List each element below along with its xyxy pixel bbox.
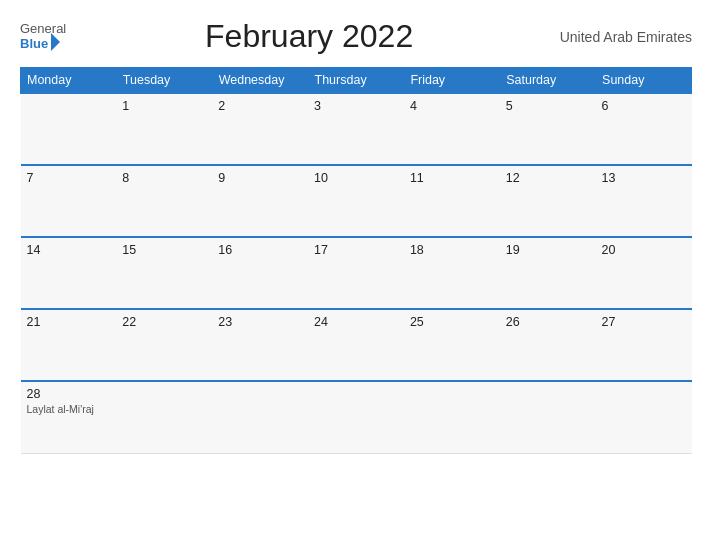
calendar-cell: 4 [404, 93, 500, 165]
calendar-cell: 11 [404, 165, 500, 237]
day-number: 17 [314, 243, 398, 257]
day-number: 26 [506, 315, 590, 329]
day-number: 23 [218, 315, 302, 329]
calendar-week-row: 78910111213 [21, 165, 692, 237]
calendar-cell: 22 [116, 309, 212, 381]
weekday-header-tuesday: Tuesday [116, 68, 212, 94]
day-event: Laylat al-Mi'raj [27, 403, 111, 415]
day-number: 25 [410, 315, 494, 329]
day-number: 11 [410, 171, 494, 185]
day-number: 15 [122, 243, 206, 257]
calendar-cell: 8 [116, 165, 212, 237]
day-number: 7 [27, 171, 111, 185]
day-number: 16 [218, 243, 302, 257]
calendar-cell: 19 [500, 237, 596, 309]
logo-triangle-icon [51, 33, 60, 51]
calendar-cell: 28Laylat al-Mi'raj [21, 381, 117, 453]
calendar-cell: 24 [308, 309, 404, 381]
calendar-cell: 25 [404, 309, 500, 381]
day-number: 13 [602, 171, 686, 185]
calendar-cell: 21 [21, 309, 117, 381]
weekday-header-friday: Friday [404, 68, 500, 94]
weekday-header-sunday: Sunday [596, 68, 692, 94]
day-number: 20 [602, 243, 686, 257]
weekday-header-row: MondayTuesdayWednesdayThursdayFridaySatu… [21, 68, 692, 94]
calendar-cell: 20 [596, 237, 692, 309]
day-number: 8 [122, 171, 206, 185]
calendar-cell: 7 [21, 165, 117, 237]
calendar-grid: MondayTuesdayWednesdayThursdayFridaySatu… [20, 67, 692, 454]
day-number: 5 [506, 99, 590, 113]
day-number: 4 [410, 99, 494, 113]
day-number: 24 [314, 315, 398, 329]
calendar-cell: 15 [116, 237, 212, 309]
calendar-week-row: 21222324252627 [21, 309, 692, 381]
country-label: United Arab Emirates [552, 29, 692, 45]
calendar-cell: 26 [500, 309, 596, 381]
day-number: 22 [122, 315, 206, 329]
day-number: 19 [506, 243, 590, 257]
day-number: 21 [27, 315, 111, 329]
day-number: 6 [602, 99, 686, 113]
day-number: 1 [122, 99, 206, 113]
calendar-cell: 9 [212, 165, 308, 237]
weekday-header-monday: Monday [21, 68, 117, 94]
day-number: 27 [602, 315, 686, 329]
weekday-header-thursday: Thursday [308, 68, 404, 94]
calendar-cell: 16 [212, 237, 308, 309]
day-number: 18 [410, 243, 494, 257]
calendar-cell: 6 [596, 93, 692, 165]
calendar-header: General Blue February 2022 United Arab E… [20, 18, 692, 55]
calendar-week-row: 123456 [21, 93, 692, 165]
logo: General Blue [20, 22, 66, 51]
weekday-header-saturday: Saturday [500, 68, 596, 94]
calendar-cell: 18 [404, 237, 500, 309]
calendar-cell: 17 [308, 237, 404, 309]
calendar-cell [404, 381, 500, 453]
calendar-cell: 10 [308, 165, 404, 237]
calendar-cell [308, 381, 404, 453]
day-number: 9 [218, 171, 302, 185]
calendar-cell [116, 381, 212, 453]
day-number: 28 [27, 387, 111, 401]
calendar-cell: 5 [500, 93, 596, 165]
logo-blue-text: Blue [20, 37, 48, 50]
calendar-week-row: 14151617181920 [21, 237, 692, 309]
day-number: 10 [314, 171, 398, 185]
calendar-cell [212, 381, 308, 453]
calendar-cell: 27 [596, 309, 692, 381]
calendar-cell: 12 [500, 165, 596, 237]
day-number: 14 [27, 243, 111, 257]
day-number: 2 [218, 99, 302, 113]
day-number: 3 [314, 99, 398, 113]
calendar-cell: 2 [212, 93, 308, 165]
calendar-cell: 13 [596, 165, 692, 237]
calendar-cell [21, 93, 117, 165]
calendar-title: February 2022 [66, 18, 552, 55]
day-number: 12 [506, 171, 590, 185]
calendar-cell: 3 [308, 93, 404, 165]
weekday-header-wednesday: Wednesday [212, 68, 308, 94]
calendar-week-row: 28Laylat al-Mi'raj [21, 381, 692, 453]
calendar-cell [596, 381, 692, 453]
calendar-container: General Blue February 2022 United Arab E… [0, 0, 712, 550]
calendar-cell: 23 [212, 309, 308, 381]
calendar-cell: 1 [116, 93, 212, 165]
calendar-cell [500, 381, 596, 453]
calendar-cell: 14 [21, 237, 117, 309]
